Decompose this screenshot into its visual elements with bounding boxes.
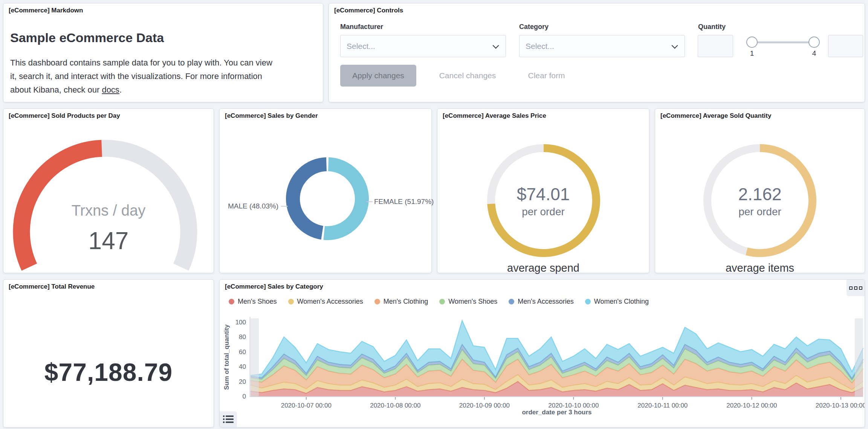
slider-handle-min[interactable]	[746, 37, 758, 48]
pie-leader-line	[281, 206, 288, 207]
quantity-range-slider: 1 4	[746, 35, 821, 58]
svg-text:80: 80	[239, 333, 246, 341]
panel-average-sales-price: [eCommerce] Average Sales Price $74.01 p…	[437, 108, 649, 273]
docs-link[interactable]: docs	[102, 85, 119, 94]
gauge-value: 147	[3, 227, 214, 255]
chevron-down-icon	[672, 43, 678, 49]
markdown-heading: Sample eCommerce Data	[10, 30, 164, 45]
cancel-changes-button[interactable]: Cancel changes	[426, 65, 509, 87]
svg-text:60: 60	[239, 348, 246, 356]
svg-text:20: 20	[239, 378, 246, 385]
x-axis-title: order_date per 3 hours	[251, 409, 863, 416]
donut-chart	[220, 109, 431, 273]
slider-min-label: 1	[746, 49, 758, 58]
panel-title: [eCommerce] Controls	[334, 7, 403, 14]
quantity-label: Quantity	[698, 23, 726, 31]
panel-sales-by-category: [eCommerce] Sales by Category Men's Shoe…	[219, 279, 865, 427]
markdown-period: .	[119, 85, 122, 94]
markdown-line-text: about Kibana, check our	[10, 85, 102, 94]
svg-text:2020-10-09 00:00: 2020-10-09 00:00	[459, 402, 510, 409]
panel-markdown: [eCommerce] Markdown Sample eCommerce Da…	[3, 3, 323, 102]
markdown-line: about Kibana, check our docs.	[10, 83, 272, 97]
dashboard: [eCommerce] Markdown Sample eCommerce Da…	[0, 0, 868, 429]
panel-sold-products-per-day: [eCommerce] Sold Products per Day Trxns …	[3, 108, 214, 273]
metric-caption: average spend	[437, 262, 649, 274]
slider-max-label: 4	[808, 49, 820, 58]
panel-average-sold-quantity: [eCommerce] Average Sold Quantity 2.162 …	[655, 108, 865, 273]
panel-title: [eCommerce] Markdown	[9, 7, 83, 14]
stacked-area-chart: 0204060801002020-10-07 00:002020-10-08 0…	[220, 280, 865, 411]
svg-text:40: 40	[239, 363, 246, 370]
svg-text:2020-10-07 00:00: 2020-10-07 00:00	[281, 402, 332, 409]
svg-text:Sum of total_quantity: Sum of total_quantity	[223, 324, 230, 390]
panel-total-revenue: [eCommerce] Total Revenue $77,188.79	[3, 279, 214, 427]
manufacturer-placeholder: Select...	[347, 42, 375, 51]
gauge-label: Trxns / day	[3, 202, 214, 219]
pie-label-female: FEMALE (51.97%)	[374, 198, 434, 206]
list-icon	[223, 415, 234, 417]
slider-track	[752, 41, 814, 43]
manufacturer-select[interactable]: Select...	[340, 35, 506, 57]
metric-sub-label: per order	[655, 206, 865, 218]
category-label: Category	[519, 23, 549, 31]
metric-caption: average items	[655, 262, 865, 274]
manufacturer-label: Manufacturer	[340, 23, 383, 31]
metric-sub-label: per order	[437, 206, 649, 218]
svg-text:2020-10-12 00:00: 2020-10-12 00:00	[726, 402, 777, 409]
category-select[interactable]: Select...	[519, 35, 685, 57]
markdown-line: it, search it, and interact with the vis…	[10, 70, 272, 83]
panel-sales-by-gender: [eCommerce] Sales by Gender MALE (48.03%…	[219, 108, 432, 273]
legend-toggle-button[interactable]	[220, 411, 237, 427]
apply-changes-button[interactable]: Apply changes	[340, 65, 416, 87]
metric-value: 2.162	[655, 184, 865, 204]
svg-text:100: 100	[235, 319, 246, 326]
metric-value: $74.01	[437, 184, 649, 204]
quantity-max-input[interactable]	[828, 35, 863, 57]
panel-title: [eCommerce] Sold Products per Day	[9, 112, 120, 120]
svg-text:2020-10-10 00:00: 2020-10-10 00:00	[548, 402, 599, 409]
svg-text:2020-10-13 00:00: 2020-10-13 00:00	[816, 402, 865, 409]
panel-controls: [eCommerce] Controls Manufacturer Select…	[329, 3, 865, 102]
quantity-min-input[interactable]	[698, 35, 733, 57]
svg-text:2020-10-11 00:00: 2020-10-11 00:00	[637, 402, 688, 409]
pie-leader-line	[367, 201, 373, 202]
svg-text:2020-10-08 00:00: 2020-10-08 00:00	[370, 402, 420, 409]
category-placeholder: Select...	[526, 42, 554, 51]
slider-handle-max[interactable]	[808, 37, 820, 48]
markdown-body: This dashboard contains sample data for …	[10, 56, 272, 97]
revenue-value: $77,188.79	[3, 358, 214, 386]
markdown-line: This dashboard contains sample data for …	[10, 56, 272, 70]
clear-form-button[interactable]: Clear form	[515, 65, 578, 87]
panel-title: [eCommerce] Total Revenue	[9, 283, 95, 291]
svg-text:0: 0	[243, 393, 246, 400]
chevron-down-icon	[493, 43, 499, 49]
pie-label-male: MALE (48.03%)	[228, 202, 278, 210]
